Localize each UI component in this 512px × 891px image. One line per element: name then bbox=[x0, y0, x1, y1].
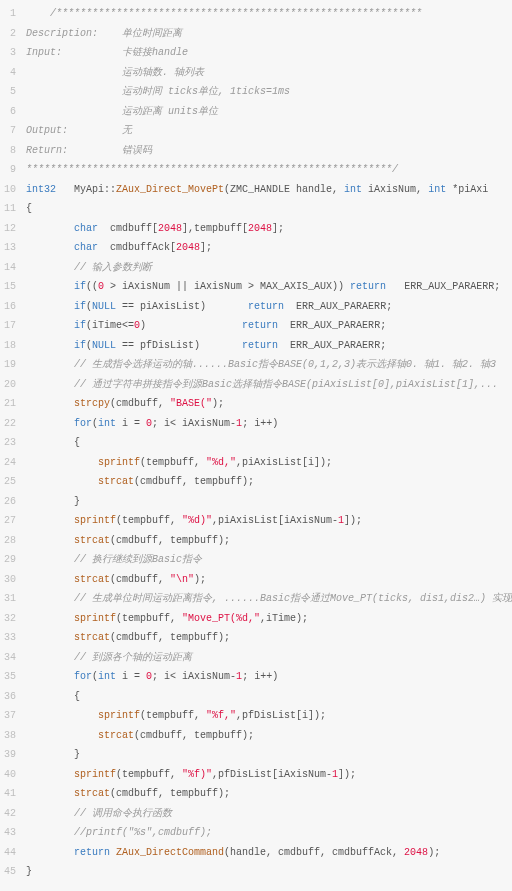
token-id: ) bbox=[140, 320, 242, 331]
line-number: 3 bbox=[0, 43, 26, 63]
token-cm: Output: 无 bbox=[26, 125, 132, 136]
token-str: "%d," bbox=[206, 457, 236, 468]
code-line: 45} bbox=[0, 862, 512, 882]
token-id: } bbox=[74, 749, 80, 760]
code-content: // 输入参数判断 bbox=[26, 258, 512, 278]
token-id: ,piAxisList[i]); bbox=[236, 457, 332, 468]
line-number: 1 bbox=[0, 4, 26, 24]
token-cm: //printf("%s",cmdbuff); bbox=[74, 827, 212, 838]
token-id: (cmdbuff, tempbuff); bbox=[110, 632, 230, 643]
token-ty: int bbox=[428, 184, 446, 195]
token-id: ERR_AUX_PARAERR; bbox=[278, 320, 386, 331]
code-line: 25 strcat(cmdbuff, tempbuff); bbox=[0, 472, 512, 492]
line-number: 29 bbox=[0, 550, 26, 570]
code-content: sprintf(tempbuff, "%f)",pfDisList[iAxisN… bbox=[26, 765, 512, 785]
line-number: 16 bbox=[0, 297, 26, 317]
code-line: 8Return: 错误码 bbox=[0, 141, 512, 161]
token-id: i = bbox=[116, 671, 146, 682]
code-content: // 通过字符串拼接指令到源Basic选择轴指令BASE(piAxisList[… bbox=[26, 375, 512, 395]
token-id: (ZMC_HANDLE handle, bbox=[224, 184, 344, 195]
token-id: (cmdbuff, tempbuff); bbox=[110, 788, 230, 799]
code-line: 13 char cmdbuffAck[2048]; bbox=[0, 238, 512, 258]
token-id: ],tempbuff[ bbox=[182, 223, 248, 234]
code-line: 21 strcpy(cmdbuff, "BASE("); bbox=[0, 394, 512, 414]
line-number: 40 bbox=[0, 765, 26, 785]
token-fn: strcpy bbox=[74, 398, 110, 409]
token-num: 2048 bbox=[158, 223, 182, 234]
code-content: strcat(cmdbuff, tempbuff); bbox=[26, 628, 512, 648]
code-content: 运动轴数. 轴列表 bbox=[26, 63, 512, 83]
line-number: 32 bbox=[0, 609, 26, 629]
token-ret: return bbox=[242, 320, 278, 331]
token-null: NULL bbox=[92, 301, 116, 312]
code-content: /***************************************… bbox=[26, 4, 512, 24]
line-number: 42 bbox=[0, 804, 26, 824]
line-number: 14 bbox=[0, 258, 26, 278]
line-number: 20 bbox=[0, 375, 26, 395]
code-line: 5 运动时间 ticks单位, 1ticks=1ms bbox=[0, 82, 512, 102]
token-ret: return bbox=[242, 340, 278, 351]
token-ty: char bbox=[74, 242, 98, 253]
code-content: for(int i = 0; i< iAxisNum-1; i++) bbox=[26, 414, 512, 434]
code-content: ****************************************… bbox=[26, 160, 512, 180]
line-number: 44 bbox=[0, 843, 26, 863]
token-id: i = bbox=[116, 418, 146, 429]
code-line: 41 strcat(cmdbuff, tempbuff); bbox=[0, 784, 512, 804]
code-line: 4 运动轴数. 轴列表 bbox=[0, 63, 512, 83]
code-line: 31 // 生成单位时间运动距离指令, ......Basic指令通过Move_… bbox=[0, 589, 512, 609]
code-line: 9***************************************… bbox=[0, 160, 512, 180]
token-id: ]); bbox=[344, 515, 362, 526]
code-line: 15 if((0 > iAxisNum || iAxisNum > MAX_AX… bbox=[0, 277, 512, 297]
line-number: 11 bbox=[0, 199, 26, 219]
code-content: char cmdbuffAck[2048]; bbox=[26, 238, 512, 258]
token-id: cmdbuffAck[ bbox=[98, 242, 176, 253]
line-number: 28 bbox=[0, 531, 26, 551]
code-line: 16 if(NULL == piAxisList) return ERR_AUX… bbox=[0, 297, 512, 317]
token-cm: // 生成指令选择运动的轴......Basic指令BASE(0,1,2,3)表… bbox=[74, 359, 496, 370]
token-id: (cmdbuff, bbox=[110, 574, 170, 585]
code-content: //printf("%s",cmdbuff); bbox=[26, 823, 512, 843]
code-content: // 到源各个轴的运动距离 bbox=[26, 648, 512, 668]
code-content: int32 MyApi::ZAux_Direct_MovePt(ZMC_HAND… bbox=[26, 180, 512, 200]
token-ret: return bbox=[248, 301, 284, 312]
line-number: 22 bbox=[0, 414, 26, 434]
code-content: } bbox=[26, 492, 512, 512]
code-line: 1 /*************************************… bbox=[0, 4, 512, 24]
code-content: strcat(cmdbuff, tempbuff); bbox=[26, 531, 512, 551]
code-content: strcat(cmdbuff, tempbuff); bbox=[26, 726, 512, 746]
code-line: 33 strcat(cmdbuff, tempbuff); bbox=[0, 628, 512, 648]
line-number: 35 bbox=[0, 667, 26, 687]
token-fn: strcat bbox=[98, 730, 134, 741]
token-id: iAxisNum, bbox=[362, 184, 428, 195]
line-number: 30 bbox=[0, 570, 26, 590]
line-number: 21 bbox=[0, 394, 26, 414]
code-content: // 换行继续到源Basic指令 bbox=[26, 550, 512, 570]
code-line: 39 } bbox=[0, 745, 512, 765]
code-line: 18 if(NULL == pfDisList) return ERR_AUX_… bbox=[0, 336, 512, 356]
line-number: 15 bbox=[0, 277, 26, 297]
token-id: (tempbuff, bbox=[116, 515, 182, 526]
token-id: (cmdbuff, bbox=[110, 398, 170, 409]
line-number: 39 bbox=[0, 745, 26, 765]
code-content: sprintf(tempbuff, "%d)",piAxisList[iAxis… bbox=[26, 511, 512, 531]
token-cm: // 通过字符串拼接指令到源Basic选择轴指令BASE(piAxisList[… bbox=[74, 379, 498, 390]
line-number: 31 bbox=[0, 589, 26, 609]
line-number: 19 bbox=[0, 355, 26, 375]
token-num: 2048 bbox=[248, 223, 272, 234]
token-fn: ZAux_DirectCommand bbox=[116, 847, 224, 858]
code-content: if(NULL == piAxisList) return ERR_AUX_PA… bbox=[26, 297, 512, 317]
token-id: (tempbuff, bbox=[116, 769, 182, 780]
code-line: 12 char cmdbuff[2048],tempbuff[2048]; bbox=[0, 219, 512, 239]
code-line: 28 strcat(cmdbuff, tempbuff); bbox=[0, 531, 512, 551]
token-cm: 运动距离 units单位 bbox=[26, 106, 218, 117]
token-str: "%f," bbox=[206, 710, 236, 721]
code-content: Description: 单位时间距离 bbox=[26, 24, 512, 44]
token-id: ERR_AUX_PARAERR; bbox=[278, 340, 386, 351]
code-content: // 生成单位时间运动距离指令, ......Basic指令通过Move_PT(… bbox=[26, 589, 512, 609]
line-number: 25 bbox=[0, 472, 26, 492]
code-content: sprintf(tempbuff, "%f,",pfDisList[i]); bbox=[26, 706, 512, 726]
line-number: 9 bbox=[0, 160, 26, 180]
line-number: 26 bbox=[0, 492, 26, 512]
token-str: "Move_PT(%d," bbox=[182, 613, 260, 624]
code-line: 29 // 换行继续到源Basic指令 bbox=[0, 550, 512, 570]
